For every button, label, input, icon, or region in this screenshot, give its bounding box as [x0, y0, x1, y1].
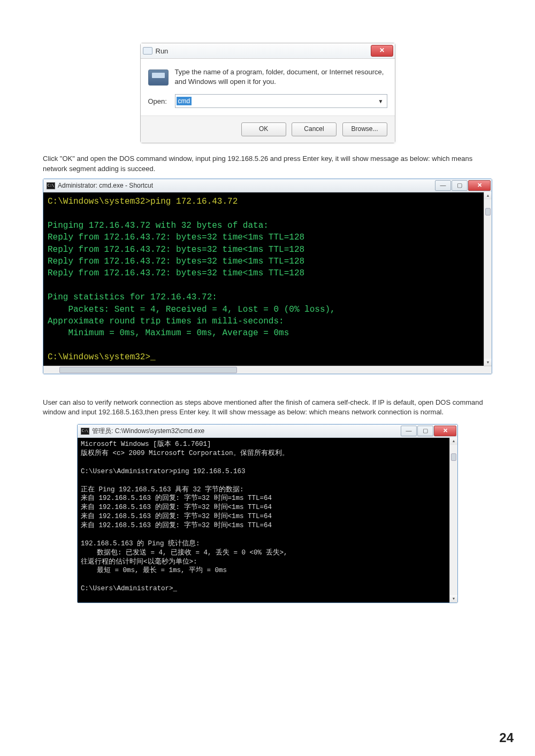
- terminal-line: 来自 192.168.5.163 的回复: 字节=32 时间<1ms TTL=6…: [81, 503, 454, 512]
- run-titlebar[interactable]: Run ✕: [141, 43, 395, 59]
- browse-button[interactable]: Browse...: [342, 122, 387, 136]
- open-label: Open:: [148, 97, 175, 105]
- run-app-icon: [143, 47, 152, 55]
- terminal-line: Reply from 172.16.43.72: bytes=32 time<1…: [48, 256, 487, 267]
- close-icon[interactable]: ✕: [371, 45, 393, 57]
- terminal-line: Approximate round trip times in milli-se…: [48, 315, 487, 327]
- chevron-down-icon[interactable]: ▼: [378, 98, 384, 104]
- scroll-down-icon[interactable]: ▾: [450, 595, 457, 603]
- instruction-text-2: User can also to verify network connecti…: [43, 398, 492, 418]
- terminal-line: [81, 458, 454, 467]
- cmd-window-cn: C:\ 管理员: C:\Windows\system32\cmd.exe — ▢…: [77, 424, 458, 603]
- cmd2-scrollbar-vertical[interactable]: ▴ ▾: [449, 437, 457, 603]
- cmd2-title: 管理员: C:\Windows\system32\cmd.exe: [92, 427, 204, 436]
- close-icon[interactable]: ✕: [468, 180, 491, 191]
- terminal-line: Microsoft Windows [版本 6.1.7601]: [81, 440, 454, 449]
- open-combobox[interactable]: cmd ▼: [175, 94, 387, 108]
- scroll-up-icon[interactable]: ▴: [484, 192, 492, 199]
- cmd-icon: C:\: [47, 182, 55, 189]
- terminal-line: [48, 207, 487, 219]
- cmd2-titlebar[interactable]: C:\ 管理员: C:\Windows\system32\cmd.exe — ▢…: [78, 425, 457, 438]
- scroll-up-icon[interactable]: ▴: [450, 437, 457, 445]
- run-title-text: Run: [156, 47, 169, 55]
- terminal-line: 版权所有 <c> 2009 Microsoft Corporation。保留所有…: [81, 449, 454, 458]
- terminal-line: 192.168.5.163 的 Ping 统计信息:: [81, 539, 454, 549]
- terminal-line: Packets: Sent = 4, Received = 4, Lost = …: [48, 304, 487, 315]
- terminal-line: C:\Windows\system32>_: [48, 351, 487, 363]
- minimize-icon[interactable]: —: [401, 426, 417, 436]
- terminal-line: C:\Users\Administrator>_: [81, 584, 454, 593]
- terminal-line: [81, 476, 454, 485]
- terminal-line: [48, 280, 487, 291]
- terminal-line: Reply from 172.16.43.72: bytes=32 time<1…: [48, 232, 487, 243]
- terminal-line: 正在 Ping 192.168.5.163 具有 32 字节的数据:: [81, 485, 454, 495]
- terminal-line: [81, 530, 454, 539]
- terminal-line: 往返行程的估计时间<以毫秒为单位>:: [81, 558, 454, 567]
- cmd1-titlebar[interactable]: C:\ Administrator: cmd.exe - Shortcut — …: [43, 179, 492, 192]
- ok-button[interactable]: OK: [241, 122, 286, 136]
- cmd-icon: C:\: [81, 428, 89, 435]
- open-input-value[interactable]: cmd: [177, 97, 192, 105]
- terminal-line: C:\Windows\system32>ping 172.16.43.72: [48, 196, 487, 207]
- terminal-line: 数据包: 已发送 = 4, 已接收 = 4, 丢失 = 0 <0% 丢失>,: [81, 549, 454, 558]
- minimize-icon[interactable]: —: [435, 180, 451, 191]
- run-description: Type the name of a program, folder, docu…: [175, 67, 387, 87]
- run-dialog: Run ✕ Type the name of a program, folder…: [140, 43, 395, 143]
- terminal-line: [48, 340, 487, 351]
- run-button-row: OK Cancel Browse...: [141, 115, 395, 143]
- terminal-line: 最短 = 0ms, 最长 = 1ms, 平均 = 0ms: [81, 566, 454, 575]
- terminal-line: Minimum = 0ms, Maximum = 0ms, Average = …: [48, 327, 487, 339]
- terminal-line: 来自 192.168.5.163 的回复: 字节=32 时间<1ms TTL=6…: [81, 521, 454, 530]
- program-icon: [148, 70, 169, 86]
- cmd1-output: C:\Windows\system32>ping 172.16.43.72 Pi…: [43, 192, 492, 365]
- cmd-window-en: C:\ Administrator: cmd.exe - Shortcut — …: [43, 179, 492, 374]
- terminal-line: Reply from 172.16.43.72: bytes=32 time<1…: [48, 267, 487, 279]
- page-number: 24: [499, 730, 514, 745]
- cancel-button[interactable]: Cancel: [292, 122, 337, 136]
- terminal-line: Ping statistics for 172.16.43.72:: [48, 291, 487, 303]
- cmd1-scrollbar-horizontal[interactable]: [43, 366, 492, 374]
- cmd1-title: Administrator: cmd.exe - Shortcut: [58, 182, 153, 189]
- maximize-icon[interactable]: ▢: [452, 180, 468, 191]
- maximize-icon[interactable]: ▢: [417, 426, 433, 436]
- close-icon[interactable]: ✕: [434, 426, 456, 436]
- terminal-line: Reply from 172.16.43.72: bytes=32 time<1…: [48, 244, 487, 256]
- terminal-line: C:\Users\Administrator>ping 192.168.5.16…: [81, 467, 454, 476]
- scroll-down-icon[interactable]: ▾: [484, 359, 492, 366]
- terminal-line: Pinging 172.16.43.72 with 32 bytes of da…: [48, 220, 487, 232]
- cmd2-output: Microsoft Windows [版本 6.1.7601]版权所有 <c> …: [78, 438, 457, 603]
- cmd1-scrollbar-vertical[interactable]: ▴ ▾: [484, 192, 492, 366]
- terminal-line: 来自 192.168.5.163 的回复: 字节=32 时间=1ms TTL=6…: [81, 494, 454, 503]
- instruction-text-1: Click "OK" and open the DOS command wind…: [43, 154, 492, 174]
- terminal-line: [81, 575, 454, 584]
- terminal-line: 来自 192.168.5.163 的回复: 字节=32 时间<1ms TTL=6…: [81, 512, 454, 521]
